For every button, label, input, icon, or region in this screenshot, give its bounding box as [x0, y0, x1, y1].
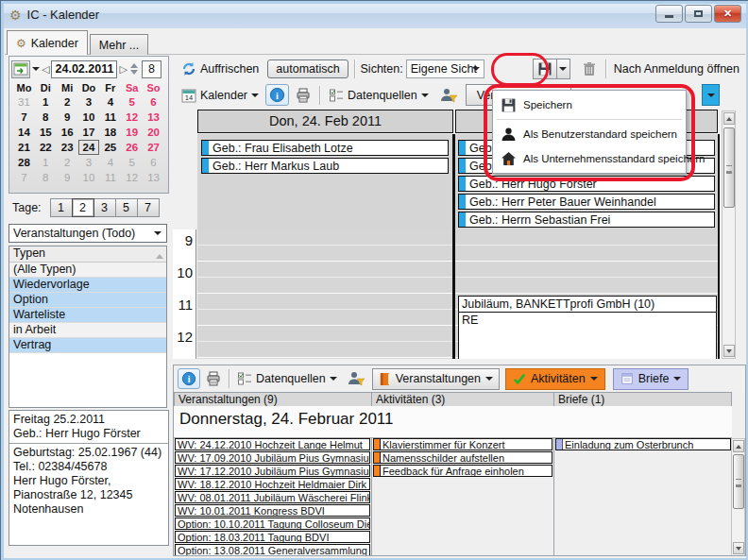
minimize-button[interactable] — [655, 5, 683, 23]
mini-calendar-day[interactable]: 26 — [121, 140, 143, 155]
print-button[interactable] — [293, 86, 314, 105]
typen-item[interactable]: Vertrag — [9, 338, 166, 353]
tage-day-button[interactable]: 7 — [137, 198, 160, 217]
allday-event[interactable]: Geb.: Herr Markus Laub — [201, 158, 449, 174]
mini-calendar-day[interactable]: 12 — [121, 170, 143, 185]
mini-calendar-day[interactable]: 3 — [78, 155, 100, 170]
detail-briefe-button[interactable]: Briefe — [613, 368, 689, 390]
mini-calendar-day[interactable]: 27 — [143, 140, 164, 155]
mini-calendar-day[interactable]: 23 — [57, 140, 78, 155]
tage-day-button[interactable]: 3 — [94, 198, 116, 217]
allday-event[interactable]: Geb.: Frau Elisabeth Lotze — [201, 140, 449, 156]
detail-datenquellen-button[interactable]: Datenquellen — [234, 369, 340, 388]
info-toggle-button[interactable]: i — [265, 84, 289, 106]
toolbar-dropdown-arrow-button[interactable] — [702, 84, 720, 106]
typen-item[interactable]: Warteliste — [9, 308, 166, 323]
briefe-column-header[interactable]: Briefe (1) — [553, 392, 732, 407]
mini-calendar-day[interactable]: 2 — [57, 94, 78, 110]
tage-day-button[interactable]: 2 — [72, 198, 94, 217]
calendar-scrollbar[interactable] — [722, 110, 736, 359]
mini-calendar-day[interactable]: 18 — [99, 125, 121, 140]
mini-calendar-day[interactable]: 11 — [99, 110, 121, 125]
tab-kalender[interactable]: ⚙ Kalender — [7, 30, 88, 55]
mini-calendar-day[interactable]: 28 — [13, 155, 35, 170]
mini-calendar-day[interactable]: 4 — [99, 155, 121, 170]
mini-calendar-day[interactable]: 9 — [57, 110, 78, 125]
mini-calendar-day[interactable]: 17 — [78, 125, 100, 140]
scroll-down-button[interactable] — [733, 542, 744, 554]
mini-calendar-day[interactable]: 22 — [35, 140, 57, 155]
prev-day-button[interactable]: ◁ — [42, 64, 49, 75]
typen-item[interactable]: Option — [9, 293, 166, 308]
day1-header[interactable]: Don, 24. Feb 2011 — [197, 110, 453, 133]
aktivitaet-item[interactable]: Feedback für Anfrage einholen — [373, 465, 552, 477]
menu-item-unternehmensstandard[interactable]: Als Unternehmensstandard speichern — [493, 146, 686, 171]
mini-calendar-day[interactable]: 15 — [35, 125, 57, 140]
scrollbar-thumb[interactable] — [723, 127, 735, 208]
veranstaltungen-column-header[interactable]: Veranstaltungen (9) — [174, 392, 372, 407]
veranstaltung-item[interactable]: WV: 10.01.2011 Kongress BDVI — [175, 504, 370, 517]
scroll-up-icon[interactable] — [156, 250, 163, 259]
mini-calendar-day[interactable]: 21 — [13, 140, 35, 155]
mini-calendar-day[interactable]: 19 — [121, 125, 143, 140]
mini-calendar-day[interactable]: 11 — [99, 170, 121, 185]
detail-print-button[interactable] — [203, 369, 224, 388]
mini-calendar-day[interactable]: 9 — [57, 170, 78, 185]
mini-calendar-day[interactable]: 4 — [99, 94, 121, 110]
mini-calendar-day[interactable]: 10 — [78, 110, 100, 125]
scrollbar-thumb[interactable] — [733, 454, 744, 509]
save-view-button[interactable] — [533, 59, 557, 79]
veranstaltung-item[interactable]: WV: 08.01.2011 Jubiläum Wäscherei Flink — [175, 491, 370, 503]
week-count-field[interactable]: 8 — [142, 60, 162, 78]
date-dropdown-caret[interactable] — [32, 67, 40, 75]
sichten-combo[interactable]: Eigene Sicht — [406, 59, 484, 78]
open-after-login-label[interactable]: Nach Anmeldung öffnen — [614, 62, 740, 76]
veranstaltung-item[interactable]: WV: 17.09.2010 Jubiläum Pius Gymnasium — [175, 451, 370, 464]
allday-event[interactable]: Geb.: Herrn Sebastian Frei — [458, 212, 715, 228]
detail-veranstaltungen-button[interactable]: Veranstaltungen — [372, 368, 500, 390]
mini-calendar-day[interactable]: 1 — [35, 94, 57, 110]
mini-calendar-day[interactable]: 7 — [13, 170, 35, 185]
scroll-up-button[interactable] — [723, 112, 735, 125]
date-field[interactable]: 24.02.2011 — [51, 60, 117, 78]
detail-aktivitaeten-button[interactable]: Aktivitäten — [505, 368, 605, 390]
mini-calendar-day[interactable]: 13 — [143, 170, 164, 185]
goto-date-button[interactable] — [11, 60, 30, 78]
tage-day-button[interactable]: 5 — [115, 198, 138, 217]
detail-person-filter-button[interactable] — [345, 369, 367, 388]
mini-calendar-day[interactable]: 3 — [78, 94, 100, 110]
timed-event[interactable]: Jubiläum, BANKETTprofi GmbH (10) RE — [458, 296, 717, 359]
veranstaltung-item[interactable]: WV: 18.12.2010 Hochzeit Heldmaier Dirk — [175, 478, 370, 490]
mini-calendar-day[interactable]: 14 — [13, 125, 35, 140]
person-filter-button[interactable] — [437, 86, 460, 105]
typen-item[interactable]: (Alle Typen) — [9, 263, 166, 278]
close-button[interactable]: ✕ — [714, 5, 741, 23]
aktivitaet-item[interactable]: Klavierstimmer für Konzert — [373, 438, 552, 450]
detail-info-toggle-button[interactable]: i — [178, 368, 200, 389]
mini-calendar-day[interactable]: 25 — [99, 140, 121, 155]
mini-calendar-day[interactable]: 24 — [78, 140, 100, 155]
tab-mehr[interactable]: Mehr ... — [90, 34, 148, 55]
mini-calendar-day[interactable]: 8 — [35, 110, 57, 125]
todo-filter-combo[interactable]: Veranstaltungen (Todo) — [8, 224, 167, 243]
mini-calendar-day[interactable]: 31 — [13, 94, 35, 110]
mini-calendar-day[interactable]: 13 — [143, 110, 164, 125]
kalender-menu-button[interactable]: 14 Kalender — [178, 86, 262, 105]
menu-item-benutzerstandard[interactable]: Als Benutzerstandard speichern — [493, 122, 686, 146]
veranstaltung-item[interactable]: Option: 13.08.2011 Generalversammlung M — [175, 544, 370, 556]
datenquellen-button[interactable]: Datenquellen — [326, 86, 432, 105]
automatic-toggle-button[interactable]: automatisch — [267, 59, 348, 78]
scroll-down-button[interactable] — [723, 345, 735, 357]
mini-calendar-day[interactable]: 1 — [35, 155, 57, 170]
delete-view-button[interactable] — [579, 59, 600, 78]
mini-calendar-day[interactable]: 5 — [121, 94, 143, 110]
veranstaltung-item[interactable]: Option: 10.10.2011 Tagung Colloseum Die — [175, 518, 370, 530]
mini-calendar-day[interactable]: 6 — [143, 155, 164, 170]
menu-item-speichern[interactable]: Speichern — [493, 93, 686, 117]
mini-calendar-day[interactable]: 5 — [121, 155, 143, 170]
typen-item[interactable]: in Arbeit — [9, 323, 166, 338]
mini-calendar-day[interactable]: 12 — [121, 110, 143, 125]
mini-calendar-day[interactable]: 10 — [78, 170, 100, 185]
refresh-button[interactable]: Auffrischen — [178, 59, 262, 78]
typen-item[interactable]: Wiedervorlage — [9, 278, 166, 293]
